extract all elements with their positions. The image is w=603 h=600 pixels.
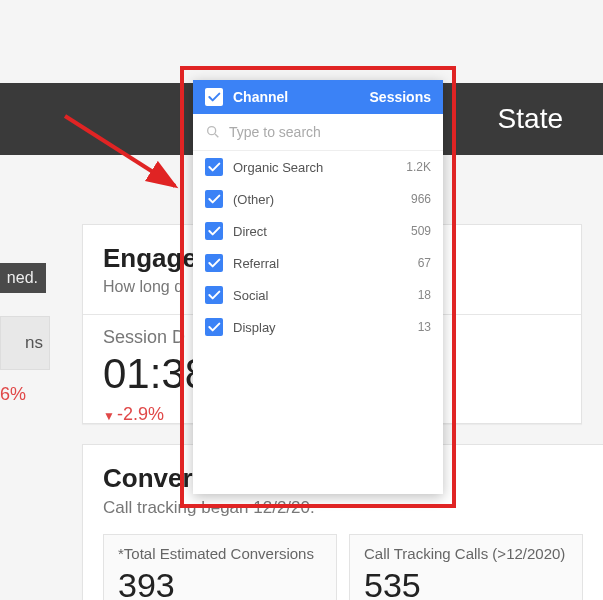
row-checkbox[interactable]: [205, 286, 223, 304]
row-value: 1.2K: [406, 160, 431, 174]
metric-label: *Total Estimated Conversions: [118, 545, 322, 562]
metric-call-tracking: Call Tracking Calls (>12/2020) 535: [349, 534, 583, 600]
dropdown-header[interactable]: Channel Sessions: [193, 80, 443, 114]
dropdown-row[interactable]: Social 18: [193, 279, 443, 311]
row-label: Organic Search: [233, 160, 323, 175]
dropdown-row[interactable]: Organic Search 1.2K: [193, 151, 443, 183]
metric-total-conversions: *Total Estimated Conversions 393: [103, 534, 337, 600]
dropdown-row[interactable]: Referral 67: [193, 247, 443, 279]
dropdown-row[interactable]: (Other) 966: [193, 183, 443, 215]
down-arrow-icon: ▼: [103, 409, 115, 423]
dropdown-header-right: Sessions: [370, 89, 431, 105]
dropdown-header-left: Channel: [233, 89, 288, 105]
row-label: Social: [233, 288, 268, 303]
metric-value: 393: [118, 566, 322, 600]
dropdown-rows: Organic Search 1.2K (Other) 966 Direct 5…: [193, 151, 443, 494]
svg-point-0: [208, 127, 216, 135]
row-value: 13: [418, 320, 431, 334]
row-label: Direct: [233, 224, 267, 239]
engage-delta-value: -2.9%: [117, 404, 164, 424]
row-checkbox[interactable]: [205, 254, 223, 272]
search-input[interactable]: [229, 124, 431, 140]
header-right-text: State: [498, 103, 563, 135]
row-value: 509: [411, 224, 431, 238]
row-label: Display: [233, 320, 276, 335]
row-checkbox[interactable]: [205, 158, 223, 176]
svg-line-1: [215, 134, 218, 137]
channel-filter-dropdown[interactable]: Channel Sessions Organic Search 1.2K (Ot…: [193, 80, 443, 494]
select-all-checkbox[interactable]: [205, 88, 223, 106]
row-value: 18: [418, 288, 431, 302]
convert-subtitle: Call tracking began 12/2/20.: [103, 498, 583, 518]
left-fragment-3: 6%: [0, 384, 46, 405]
row-value: 67: [418, 256, 431, 270]
row-label: (Other): [233, 192, 274, 207]
left-fragment-1: ned.: [0, 263, 46, 293]
dropdown-search[interactable]: [193, 114, 443, 151]
dropdown-row[interactable]: Display 13: [193, 311, 443, 343]
row-checkbox[interactable]: [205, 190, 223, 208]
row-checkbox[interactable]: [205, 222, 223, 240]
metric-value: 535: [364, 566, 568, 600]
row-checkbox[interactable]: [205, 318, 223, 336]
row-label: Referral: [233, 256, 279, 271]
dropdown-row[interactable]: Direct 509: [193, 215, 443, 247]
search-icon: [205, 124, 221, 140]
row-value: 966: [411, 192, 431, 206]
metric-label: Call Tracking Calls (>12/2020): [364, 545, 568, 562]
left-fragment-2: ns: [0, 316, 50, 370]
